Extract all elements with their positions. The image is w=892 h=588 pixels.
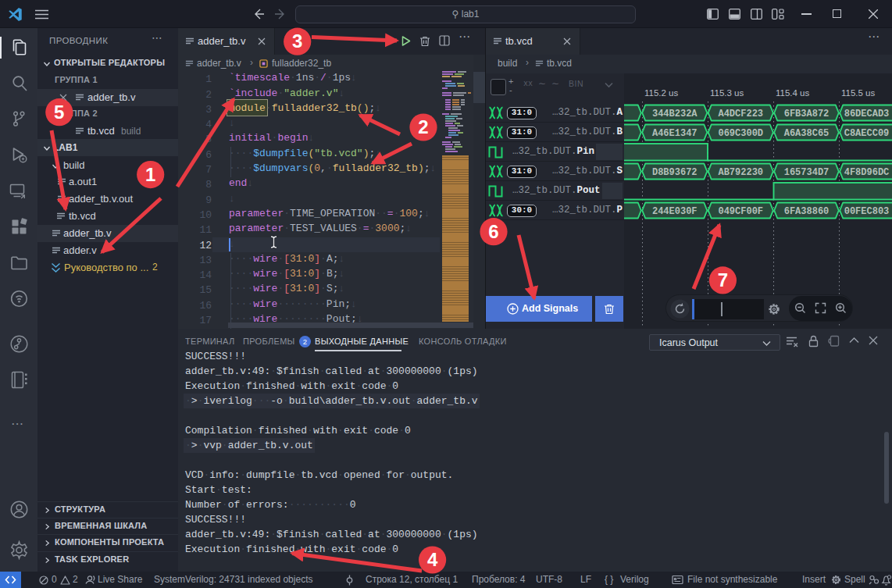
svg-text:A6A38C65: A6A38C65 (784, 128, 830, 139)
svg-text:165734D7: 165734D7 (784, 167, 830, 178)
svg-text:069C300D: 069C300D (718, 128, 763, 139)
svg-text:244E030F: 244E030F (652, 206, 698, 217)
svg-text:A46E1347: A46E1347 (652, 128, 698, 139)
svg-text:4F8D96DC: 4F8D96DC (844, 167, 890, 178)
svg-text:D8B93672: D8B93672 (652, 167, 698, 178)
svg-text:A4DCF223: A4DCF223 (718, 109, 763, 119)
svg-text:86DECAD3: 86DECAD3 (844, 109, 890, 119)
svg-text:00FEC803: 00FEC803 (844, 206, 890, 217)
svg-text:6FA38860: 6FA38860 (784, 206, 830, 217)
svg-text:6FB3A872: 6FB3A872 (784, 109, 830, 119)
svg-text:C8AECC09: C8AECC09 (844, 128, 890, 139)
svg-text:115.4 us: 115.4 us (776, 88, 810, 98)
svg-text:344B232A: 344B232A (652, 109, 698, 119)
svg-text:AB792230: AB792230 (718, 167, 763, 178)
svg-text:115.5 us: 115.5 us (841, 88, 876, 98)
svg-text:049CF00F: 049CF00F (718, 206, 763, 217)
svg-text:115.3 us: 115.3 us (710, 88, 744, 98)
svg-text:115.2 us: 115.2 us (644, 88, 679, 98)
